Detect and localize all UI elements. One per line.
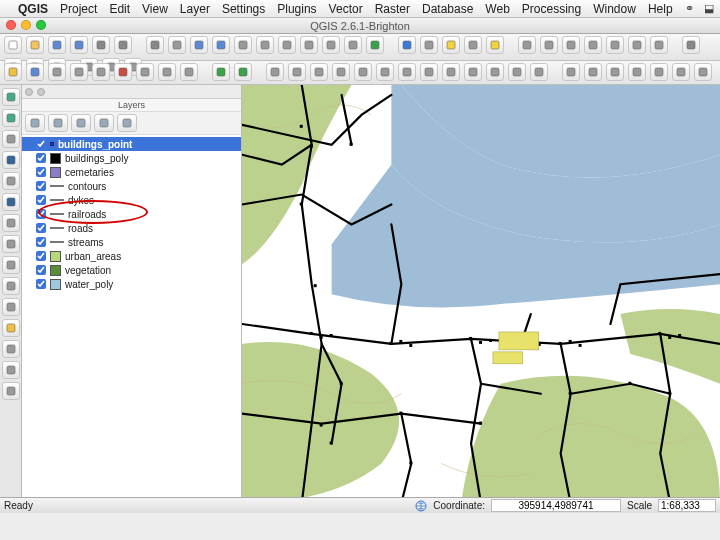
bookmark-show-button[interactable] (628, 36, 646, 54)
pan-to-selection-button[interactable] (168, 36, 186, 54)
new-geopackage-button[interactable] (2, 361, 20, 379)
menu-vector[interactable]: Vector (329, 2, 363, 16)
measure-angle-button[interactable] (562, 36, 580, 54)
fill-ring-button[interactable] (332, 63, 350, 81)
layer-streams[interactable]: streams (22, 235, 241, 249)
menu-edit[interactable]: Edit (109, 2, 130, 16)
layer-buildings_poly[interactable]: buildings_poly (22, 151, 241, 165)
collapse-all-button[interactable] (117, 114, 137, 132)
close-window-button[interactable] (6, 20, 16, 30)
advanced-2-button[interactable] (584, 63, 602, 81)
merge-features-button[interactable] (486, 63, 504, 81)
paste-features-button[interactable] (180, 63, 198, 81)
expand-all-button[interactable] (94, 114, 114, 132)
composer-manager-button[interactable] (114, 36, 132, 54)
scale-input[interactable] (658, 499, 716, 512)
add-wfs-button[interactable] (2, 235, 20, 253)
bookmark-new-button[interactable] (606, 36, 624, 54)
split-parts-button[interactable] (464, 63, 482, 81)
layer-water_poly[interactable]: water_poly (22, 277, 241, 291)
add-part-button[interactable] (310, 63, 328, 81)
menu-help[interactable]: Help (648, 2, 673, 16)
layer-visibility-checkbox[interactable] (36, 251, 46, 261)
panel-undock-icon[interactable] (37, 88, 45, 96)
text-annotation-button[interactable] (650, 36, 668, 54)
menu-database[interactable]: Database (422, 2, 473, 16)
copy-features-button[interactable] (158, 63, 176, 81)
select-button[interactable] (442, 36, 460, 54)
delete-ring-button[interactable] (354, 63, 372, 81)
dropbox-icon[interactable]: ⬓ (704, 2, 714, 15)
layer-cemetaries[interactable]: cemetaries (22, 165, 241, 179)
zoom-selection-button[interactable] (278, 36, 296, 54)
layer-contours[interactable]: contours (22, 179, 241, 193)
manage-visibility-button[interactable] (48, 114, 68, 132)
add-oracle-button[interactable] (2, 298, 20, 316)
measure-line-button[interactable] (518, 36, 536, 54)
menu-layer[interactable]: Layer (180, 2, 210, 16)
merge-attrs-button[interactable] (508, 63, 526, 81)
layer-visibility-checkbox[interactable] (36, 223, 46, 233)
add-wcs-button[interactable] (2, 214, 20, 232)
layer-visibility-checkbox[interactable] (36, 265, 46, 275)
add-feature-button[interactable] (48, 63, 66, 81)
layer-vegetation[interactable]: vegetation (22, 263, 241, 277)
panel-close-icon[interactable] (25, 88, 33, 96)
globe-icon[interactable] (415, 500, 427, 512)
menu-view[interactable]: View (142, 2, 168, 16)
minimize-window-button[interactable] (21, 20, 31, 30)
layer-visibility-checkbox[interactable] (36, 167, 46, 177)
new-project-button[interactable] (4, 36, 22, 54)
new-spatialite-button[interactable] (2, 340, 20, 358)
layer-visibility-checkbox[interactable] (36, 153, 46, 163)
layer-railroads[interactable]: railroads (22, 207, 241, 221)
rotate-feature-button[interactable] (530, 63, 548, 81)
save-as-button[interactable] (70, 36, 88, 54)
advanced-5-button[interactable] (650, 63, 668, 81)
layer-buildings_point[interactable]: buildings_point (22, 137, 241, 151)
add-virtual-layer-button[interactable] (2, 277, 20, 295)
add-raster-layer-button[interactable] (2, 109, 20, 127)
save-edits-button[interactable] (26, 63, 44, 81)
measure-area-button[interactable] (540, 36, 558, 54)
add-ring-button[interactable] (288, 63, 306, 81)
zoom-next-button[interactable] (344, 36, 362, 54)
run-feature-action-button[interactable] (420, 36, 438, 54)
app-menu[interactable]: QGIS (18, 2, 48, 16)
add-spatialite-button[interactable] (2, 130, 20, 148)
add-wms-button[interactable] (2, 193, 20, 211)
add-delimited-text-button[interactable] (2, 256, 20, 274)
layer-visibility-checkbox[interactable] (36, 195, 46, 205)
menu-processing[interactable]: Processing (522, 2, 581, 16)
add-vector-layer-button[interactable] (2, 88, 20, 106)
print-composer-button[interactable] (92, 36, 110, 54)
filter-legend-button[interactable] (71, 114, 91, 132)
add-group-button[interactable] (25, 114, 45, 132)
edit-toggle-button[interactable] (4, 63, 22, 81)
save-project-button[interactable] (48, 36, 66, 54)
split-features-button[interactable] (442, 63, 460, 81)
zoom-out-button[interactable] (212, 36, 230, 54)
zoom-last-button[interactable] (322, 36, 340, 54)
advanced-1-button[interactable] (562, 63, 580, 81)
layer-tree[interactable]: buildings_pointbuildings_polycemetariesc… (22, 135, 241, 497)
pan-button[interactable] (146, 36, 164, 54)
zoom-native-button[interactable] (234, 36, 252, 54)
coordinate-input[interactable] (491, 499, 621, 512)
identify-button[interactable] (398, 36, 416, 54)
link-icon[interactable]: ⚭ (685, 2, 694, 15)
layer-visibility-checkbox[interactable] (36, 209, 46, 219)
menu-window[interactable]: Window (593, 2, 636, 16)
node-tool-button[interactable] (92, 63, 110, 81)
menu-project[interactable]: Project (60, 2, 97, 16)
menu-plugins[interactable]: Plugins (277, 2, 316, 16)
layer-visibility-checkbox[interactable] (36, 181, 46, 191)
advanced-6-button[interactable] (672, 63, 690, 81)
refresh-button[interactable] (366, 36, 384, 54)
undo-button[interactable] (212, 63, 230, 81)
zoom-full-button[interactable] (256, 36, 274, 54)
deselect-button[interactable] (486, 36, 504, 54)
layer-roads[interactable]: roads (22, 221, 241, 235)
delete-selected-button[interactable] (114, 63, 132, 81)
add-mssql-button[interactable] (2, 172, 20, 190)
